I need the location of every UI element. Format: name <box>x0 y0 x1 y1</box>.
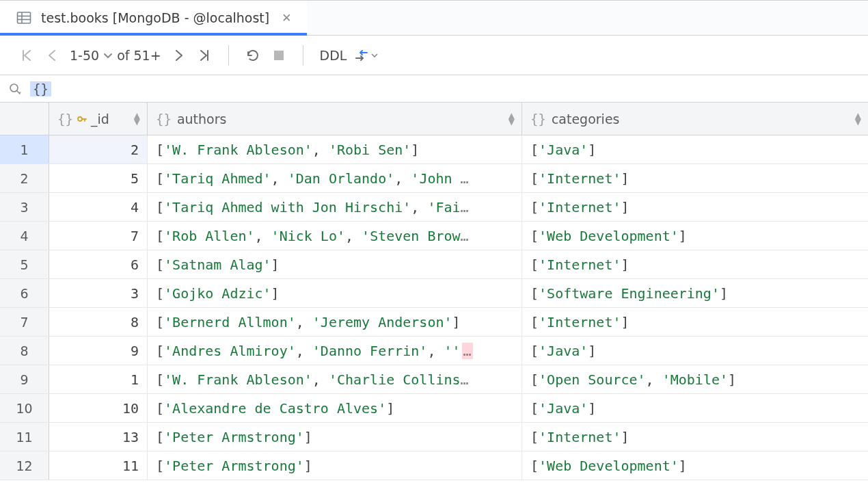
table-row[interactable]: 12['W. Frank Ableson', 'Robi Sen']['Java… <box>0 135 868 164</box>
table-row[interactable]: 47['Rob Allen', 'Nick Lo', 'Steven Brow…… <box>0 222 868 250</box>
column-header-id[interactable]: {} _id <box>49 103 148 135</box>
table-row[interactable]: 25['Tariq Ahmed', 'Dan Orlando', 'John …… <box>0 164 868 193</box>
last-page-button[interactable] <box>193 42 216 68</box>
sort-icon[interactable] <box>134 113 140 125</box>
cell-authors[interactable]: ['Satnam Alag'] <box>148 250 522 278</box>
cell-id[interactable]: 2 <box>49 135 148 163</box>
search-icon[interactable] <box>8 82 22 96</box>
table-row[interactable]: 1113['Peter Armstrong']['Internet'] <box>0 423 868 451</box>
data-grid: {} _id {} authors {} categories 12['W. F… <box>0 103 868 480</box>
svg-rect-0 <box>18 12 31 23</box>
key-icon <box>77 114 87 124</box>
column-header-categories[interactable]: {} categories <box>522 103 868 135</box>
cell-categories[interactable]: ['Internet'] <box>522 423 868 451</box>
next-page-button[interactable] <box>167 42 190 68</box>
page-range[interactable]: 1-50 of 51+ <box>67 48 164 63</box>
tab-bar: test.books [MongoDB - @localhost] ✕ <box>0 0 868 36</box>
ddl-label: DDL <box>320 48 347 63</box>
cell-authors[interactable]: ['Peter Armstrong'] <box>148 423 522 451</box>
separator <box>228 45 229 66</box>
first-page-button[interactable] <box>15 42 38 68</box>
table-row[interactable]: 56['Satnam Alag']['Internet'] <box>0 250 868 279</box>
toolbar: 1-50 of 51+ DDL <box>0 36 868 75</box>
cell-authors[interactable]: ['W. Frank Ableson', 'Robi Sen'] <box>148 135 522 163</box>
cell-categories[interactable]: ['Internet'] <box>522 308 868 336</box>
cell-id[interactable]: 10 <box>49 394 148 422</box>
row-number[interactable]: 9 <box>0 365 49 393</box>
cell-categories[interactable]: ['Open Source', 'Mobile'] <box>522 365 868 393</box>
column-header-authors[interactable]: {} authors <box>148 103 522 135</box>
cell-categories[interactable]: ['Java'] <box>522 394 868 422</box>
cell-authors[interactable]: ['Gojko Adzic'] <box>148 279 522 307</box>
ddl-button[interactable]: DDL <box>316 42 351 68</box>
cell-authors[interactable]: ['Alexandre de Castro Alves'] <box>148 394 522 422</box>
svg-rect-4 <box>274 51 284 60</box>
cell-authors[interactable]: ['Andres Almiroy', 'Danno Ferrin', ''… <box>148 337 522 365</box>
row-number[interactable]: 1 <box>0 135 49 163</box>
cell-id[interactable]: 11 <box>49 451 148 480</box>
row-number[interactable]: 10 <box>0 394 49 422</box>
cell-categories[interactable]: ['Internet'] <box>522 193 868 221</box>
cell-categories[interactable]: ['Software Engineering'] <box>522 279 868 307</box>
row-number[interactable]: 5 <box>0 250 49 278</box>
svg-point-5 <box>10 84 18 92</box>
cell-categories[interactable]: ['Internet'] <box>522 250 868 278</box>
cell-id[interactable]: 4 <box>49 193 148 221</box>
cell-id[interactable]: 1 <box>49 365 148 393</box>
reload-button[interactable] <box>241 42 265 68</box>
filter-braces-chip[interactable]: {} <box>30 81 51 96</box>
tab-title: test.books [MongoDB - @localhost] <box>41 10 269 25</box>
close-icon[interactable]: ✕ <box>279 10 294 27</box>
cell-id[interactable]: 9 <box>49 337 148 365</box>
cell-authors[interactable]: ['Bernerd Allmon', 'Jeremy Anderson'] <box>148 308 522 336</box>
prev-page-button[interactable] <box>41 42 64 68</box>
sort-icon[interactable] <box>855 113 861 125</box>
cell-id[interactable]: 6 <box>49 250 148 278</box>
row-number[interactable]: 3 <box>0 193 49 221</box>
cell-id[interactable]: 8 <box>49 308 148 336</box>
cell-authors[interactable]: ['Tariq Ahmed with Jon Hirschi', 'Fai… <box>148 193 522 221</box>
row-number[interactable]: 7 <box>0 308 49 336</box>
table-row[interactable]: 34['Tariq Ahmed with Jon Hirschi', 'Fai…… <box>0 193 868 222</box>
separator <box>303 45 303 66</box>
cell-categories[interactable]: ['Internet'] <box>522 164 868 192</box>
table-row[interactable]: 78['Bernerd Allmon', 'Jeremy Anderson'][… <box>0 308 868 337</box>
grid-header: {} _id {} authors {} categories <box>0 103 868 135</box>
tab-testbooks[interactable]: test.books [MongoDB - @localhost] ✕ <box>0 1 307 35</box>
cell-authors[interactable]: ['W. Frank Ableson', 'Charlie Collins… <box>148 365 522 393</box>
table-row[interactable]: 1211['Peter Armstrong']['Web Development… <box>0 451 868 480</box>
cell-id[interactable]: 3 <box>49 279 148 307</box>
object-type-icon: {} <box>530 112 546 127</box>
sort-icon[interactable] <box>508 113 515 125</box>
row-number[interactable]: 12 <box>0 451 49 480</box>
object-type-icon: {} <box>156 112 172 127</box>
cell-id[interactable]: 13 <box>49 423 148 451</box>
stop-button[interactable] <box>267 42 290 68</box>
table-row[interactable]: 89['Andres Almiroy', 'Danno Ferrin', ''…… <box>0 337 868 365</box>
cell-id[interactable]: 7 <box>49 222 148 250</box>
column-authors-label: authors <box>177 112 227 127</box>
row-number[interactable]: 11 <box>0 423 49 451</box>
cell-authors[interactable]: ['Rob Allen', 'Nick Lo', 'Steven Brow… <box>148 222 522 250</box>
cell-categories[interactable]: ['Java'] <box>522 337 868 365</box>
cell-categories[interactable]: ['Web Development'] <box>522 451 868 480</box>
table-row[interactable]: 91['W. Frank Ableson', 'Charlie Collins…… <box>0 365 868 394</box>
chevron-down-icon <box>103 51 113 60</box>
row-number[interactable]: 8 <box>0 337 49 365</box>
compare-button[interactable] <box>353 42 378 68</box>
row-number[interactable]: 4 <box>0 222 49 250</box>
row-number[interactable]: 6 <box>0 279 49 307</box>
column-id-label: _id <box>91 112 109 127</box>
object-type-icon: {} <box>57 112 73 127</box>
cell-authors[interactable]: ['Peter Armstrong'] <box>148 451 522 480</box>
column-categories-label: categories <box>552 112 620 127</box>
page-range-total: of 51+ <box>117 48 161 63</box>
cell-authors[interactable]: ['Tariq Ahmed', 'Dan Orlando', 'John … <box>148 164 522 192</box>
row-number[interactable]: 2 <box>0 164 49 192</box>
table-row[interactable]: 63['Gojko Adzic']['Software Engineering'… <box>0 279 868 308</box>
row-number-header[interactable] <box>0 103 49 135</box>
cell-categories[interactable]: ['Java'] <box>522 135 868 163</box>
table-row[interactable]: 1010['Alexandre de Castro Alves']['Java'… <box>0 394 868 423</box>
cell-id[interactable]: 5 <box>49 164 148 192</box>
cell-categories[interactable]: ['Web Development'] <box>522 222 868 250</box>
